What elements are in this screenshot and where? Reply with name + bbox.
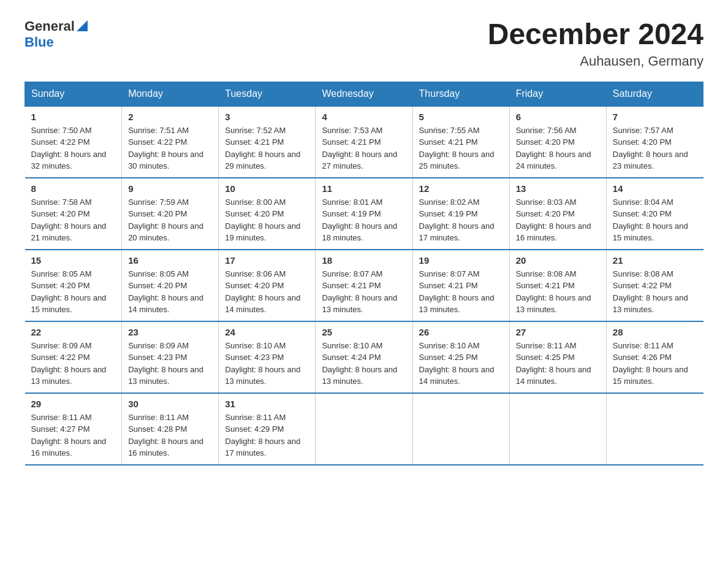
week-row-4: 22Sunrise: 8:09 AMSunset: 4:22 PMDayligh… [25, 321, 703, 393]
day-info: Sunrise: 7:56 AMSunset: 4:20 PMDaylight:… [516, 124, 600, 172]
header-sunday: Sunday [25, 82, 122, 106]
day-info: Sunrise: 8:11 AMSunset: 4:26 PMDaylight:… [613, 340, 697, 388]
logo-blue-text: Blue [25, 34, 54, 50]
calendar-cell: 5Sunrise: 7:55 AMSunset: 4:21 PMDaylight… [412, 106, 509, 178]
calendar-cell: 10Sunrise: 8:00 AMSunset: 4:20 PMDayligh… [219, 178, 316, 250]
header-monday: Monday [122, 82, 219, 106]
day-number: 24 [225, 327, 309, 337]
calendar-cell: 12Sunrise: 8:02 AMSunset: 4:19 PMDayligh… [412, 178, 509, 250]
calendar-cell: 16Sunrise: 8:05 AMSunset: 4:20 PMDayligh… [122, 250, 219, 321]
day-info: Sunrise: 7:58 AMSunset: 4:20 PMDaylight:… [31, 196, 116, 244]
header-saturday: Saturday [606, 82, 703, 106]
calendar-cell: 15Sunrise: 8:05 AMSunset: 4:20 PMDayligh… [25, 250, 122, 321]
calendar-cell: 27Sunrise: 8:11 AMSunset: 4:25 PMDayligh… [509, 321, 606, 393]
calendar-cell: 20Sunrise: 8:08 AMSunset: 4:21 PMDayligh… [509, 250, 606, 321]
day-number: 29 [31, 399, 116, 409]
day-info: Sunrise: 8:02 AMSunset: 4:19 PMDaylight:… [419, 196, 503, 244]
calendar-cell: 26Sunrise: 8:10 AMSunset: 4:25 PMDayligh… [412, 321, 509, 393]
day-number: 4 [322, 112, 406, 122]
calendar-table: SundayMondayTuesdayWednesdayThursdayFrid… [25, 82, 703, 465]
title-area: December 2024 Auhausen, Germany [488, 18, 703, 69]
calendar-cell: 23Sunrise: 8:09 AMSunset: 4:23 PMDayligh… [122, 321, 219, 393]
day-number: 8 [31, 183, 116, 194]
day-info: Sunrise: 8:11 AMSunset: 4:28 PMDaylight:… [128, 412, 212, 459]
calendar-cell: 18Sunrise: 8:07 AMSunset: 4:21 PMDayligh… [316, 250, 412, 321]
day-number: 9 [128, 183, 212, 194]
day-info: Sunrise: 8:03 AMSunset: 4:20 PMDaylight:… [516, 196, 600, 244]
calendar-cell: 4Sunrise: 7:53 AMSunset: 4:21 PMDaylight… [316, 106, 412, 178]
day-info: Sunrise: 8:08 AMSunset: 4:22 PMDaylight:… [613, 268, 697, 316]
day-number: 13 [516, 183, 600, 194]
calendar-cell: 7Sunrise: 7:57 AMSunset: 4:20 PMDaylight… [606, 106, 703, 178]
calendar-cell: 9Sunrise: 7:59 AMSunset: 4:20 PMDaylight… [122, 178, 219, 250]
day-number: 12 [419, 183, 503, 194]
logo-general-text: General [25, 18, 75, 34]
calendar-cell: 24Sunrise: 8:10 AMSunset: 4:23 PMDayligh… [219, 321, 316, 393]
day-number: 18 [322, 255, 406, 266]
day-number: 25 [322, 327, 406, 337]
day-number: 28 [613, 327, 697, 337]
calendar-cell: 2Sunrise: 7:51 AMSunset: 4:22 PMDaylight… [122, 106, 219, 178]
day-info: Sunrise: 7:52 AMSunset: 4:21 PMDaylight:… [225, 124, 309, 172]
day-number: 27 [516, 327, 600, 337]
day-number: 7 [613, 112, 697, 122]
day-info: Sunrise: 8:01 AMSunset: 4:19 PMDaylight:… [322, 196, 406, 244]
calendar-cell: 13Sunrise: 8:03 AMSunset: 4:20 PMDayligh… [509, 178, 606, 250]
calendar-cell: 17Sunrise: 8:06 AMSunset: 4:20 PMDayligh… [219, 250, 316, 321]
week-row-2: 8Sunrise: 7:58 AMSunset: 4:20 PMDaylight… [25, 178, 703, 250]
day-info: Sunrise: 7:50 AMSunset: 4:22 PMDaylight:… [31, 124, 116, 172]
calendar-cell: 25Sunrise: 8:10 AMSunset: 4:24 PMDayligh… [316, 321, 412, 393]
day-info: Sunrise: 8:00 AMSunset: 4:20 PMDaylight:… [225, 196, 309, 244]
day-info: Sunrise: 8:10 AMSunset: 4:25 PMDaylight:… [419, 340, 503, 388]
header-tuesday: Tuesday [219, 82, 316, 106]
page-title: December 2024 [488, 18, 703, 51]
day-info: Sunrise: 8:09 AMSunset: 4:22 PMDaylight:… [31, 340, 116, 388]
svg-marker-0 [77, 20, 88, 31]
day-number: 6 [516, 112, 600, 122]
calendar-cell: 8Sunrise: 7:58 AMSunset: 4:20 PMDaylight… [25, 178, 122, 250]
logo: General Blue [25, 18, 88, 50]
calendar-cell: 28Sunrise: 8:11 AMSunset: 4:26 PMDayligh… [606, 321, 703, 393]
location-title: Auhausen, Germany [488, 53, 703, 69]
calendar-cell [509, 393, 606, 465]
day-number: 16 [128, 255, 212, 266]
calendar-cell: 30Sunrise: 8:11 AMSunset: 4:28 PMDayligh… [122, 393, 219, 465]
day-number: 15 [31, 255, 116, 266]
calendar-cell [606, 393, 703, 465]
day-number: 31 [225, 399, 309, 409]
day-number: 10 [225, 183, 309, 194]
day-number: 5 [419, 112, 503, 122]
day-info: Sunrise: 8:11 AMSunset: 4:27 PMDaylight:… [31, 412, 116, 459]
day-number: 23 [128, 327, 212, 337]
calendar-cell: 6Sunrise: 7:56 AMSunset: 4:20 PMDaylight… [509, 106, 606, 178]
calendar-cell: 19Sunrise: 8:07 AMSunset: 4:21 PMDayligh… [412, 250, 509, 321]
day-number: 19 [419, 255, 503, 266]
day-info: Sunrise: 7:51 AMSunset: 4:22 PMDaylight:… [128, 124, 212, 172]
day-info: Sunrise: 8:06 AMSunset: 4:20 PMDaylight:… [225, 268, 309, 316]
day-info: Sunrise: 8:10 AMSunset: 4:23 PMDaylight:… [225, 340, 309, 388]
calendar-cell: 22Sunrise: 8:09 AMSunset: 4:22 PMDayligh… [25, 321, 122, 393]
calendar-header-row: SundayMondayTuesdayWednesdayThursdayFrid… [25, 82, 703, 106]
calendar-cell: 29Sunrise: 8:11 AMSunset: 4:27 PMDayligh… [25, 393, 122, 465]
day-number: 22 [31, 327, 116, 337]
day-number: 1 [31, 112, 116, 122]
day-number: 2 [128, 112, 212, 122]
day-info: Sunrise: 8:07 AMSunset: 4:21 PMDaylight:… [322, 268, 406, 316]
week-row-1: 1Sunrise: 7:50 AMSunset: 4:22 PMDaylight… [25, 106, 703, 178]
day-number: 26 [419, 327, 503, 337]
day-info: Sunrise: 7:55 AMSunset: 4:21 PMDaylight:… [419, 124, 503, 172]
day-info: Sunrise: 8:05 AMSunset: 4:20 PMDaylight:… [128, 268, 212, 316]
calendar-cell: 11Sunrise: 8:01 AMSunset: 4:19 PMDayligh… [316, 178, 412, 250]
day-info: Sunrise: 8:11 AMSunset: 4:29 PMDaylight:… [225, 412, 309, 459]
week-row-5: 29Sunrise: 8:11 AMSunset: 4:27 PMDayligh… [25, 393, 703, 465]
day-info: Sunrise: 8:11 AMSunset: 4:25 PMDaylight:… [516, 340, 600, 388]
day-number: 21 [613, 255, 697, 266]
page-header: General Blue December 2024 Auhausen, Ger… [25, 18, 703, 69]
day-number: 3 [225, 112, 309, 122]
calendar-cell: 14Sunrise: 8:04 AMSunset: 4:20 PMDayligh… [606, 178, 703, 250]
day-info: Sunrise: 8:10 AMSunset: 4:24 PMDaylight:… [322, 340, 406, 388]
logo-triangle-icon [77, 19, 88, 34]
header-thursday: Thursday [412, 82, 509, 106]
day-info: Sunrise: 7:57 AMSunset: 4:20 PMDaylight:… [613, 124, 697, 172]
calendar-cell [316, 393, 412, 465]
